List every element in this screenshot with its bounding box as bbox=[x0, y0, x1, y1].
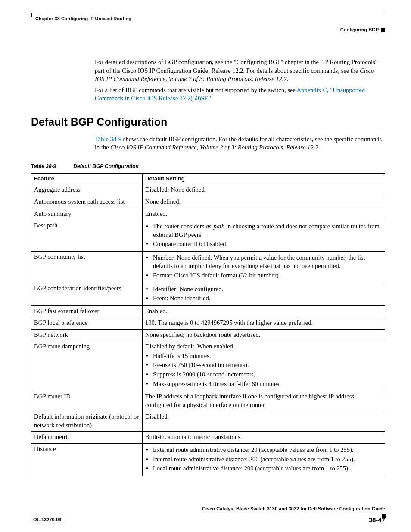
page-footer: Cisco Catalyst Blade Switch 3130 and 303… bbox=[31, 506, 385, 523]
table-row: Best path The router considers as-path i… bbox=[31, 220, 385, 252]
section-header: Configuring BGP bbox=[31, 27, 385, 32]
table-row: BGP router IDThe IP address of a loopbac… bbox=[31, 391, 385, 411]
table-row: Autonomous-system path access listNone d… bbox=[31, 196, 385, 208]
text: Disabled by default. When enabled: bbox=[145, 342, 382, 351]
table-number: Table 38-9 bbox=[31, 163, 56, 169]
text: . bbox=[318, 144, 320, 151]
col-feature: Feature bbox=[31, 173, 143, 184]
section-heading: Default BGP Configuration bbox=[31, 116, 385, 128]
cell: BGP router ID bbox=[31, 391, 143, 411]
cell: The IP address of a loopback interface i… bbox=[143, 391, 385, 411]
table-row: BGP community list Number: None defined.… bbox=[31, 251, 385, 283]
italic-term: as-path bbox=[206, 223, 225, 230]
text: . bbox=[287, 75, 289, 82]
lead-paragraph: Table 38-9 shows the default BGP configu… bbox=[95, 135, 385, 152]
cell: Distance bbox=[31, 443, 143, 476]
table-row: BGP route dampening Disabled by default.… bbox=[31, 341, 385, 391]
cell: BGP local preference bbox=[31, 317, 143, 330]
cell: Aggregate address bbox=[31, 184, 143, 196]
cell: Auto summary bbox=[31, 208, 143, 220]
list-item: Peers: None identified. bbox=[145, 294, 382, 303]
footer-rule bbox=[31, 514, 385, 514]
header-rule bbox=[31, 13, 385, 13]
cell: Disabled by default. When enabled: Half-… bbox=[143, 341, 385, 391]
table-row: Aggregate addressDisabled: None defined. bbox=[31, 184, 385, 196]
list-item: Identifier: None configured. bbox=[145, 285, 382, 294]
table-caption: Table 38-9Default BGP Configuration bbox=[31, 163, 385, 169]
list-item: External route administrative distance: … bbox=[145, 446, 382, 454]
cell: Enabled. bbox=[143, 305, 385, 317]
cell: Default information originate (protocol … bbox=[31, 411, 143, 432]
cell: BGP confederation identifier/peers bbox=[31, 283, 143, 305]
list-item: Suppress is 2000 (10-second increments). bbox=[145, 370, 382, 379]
table-row: Default metricBuilt-in, automatic metric… bbox=[31, 432, 385, 444]
list-item: Re-use is 750 (10-second increments). bbox=[145, 361, 382, 370]
list-item: Number: None defined. When you permit a … bbox=[145, 254, 382, 271]
intro-paragraph-1: For detailed descriptions of BGP configu… bbox=[95, 58, 385, 84]
cell: BGP fast external fallover bbox=[31, 305, 143, 317]
table-ref-link[interactable]: Table 38-9 bbox=[95, 136, 121, 143]
table-row: BGP networkNone specified; no backdoor r… bbox=[31, 329, 385, 341]
bgp-config-table: Feature Default Setting Aggregate addres… bbox=[31, 173, 385, 476]
text: For detailed descriptions of BGP configu… bbox=[95, 59, 378, 74]
list-item: Max-suppress-time is 4 times half-life; … bbox=[145, 380, 382, 389]
cell: Autonomous-system path access list bbox=[31, 196, 143, 208]
cell: Disabled: None defined. bbox=[143, 184, 385, 196]
cell: The router considers as-path in choosing… bbox=[143, 220, 385, 252]
table-row: BGP confederation identifier/peers Ident… bbox=[31, 283, 385, 305]
cell: External route administrative distance: … bbox=[143, 443, 385, 476]
footer-doc-id: OL-13270-03 bbox=[31, 516, 64, 523]
cell: Best path bbox=[31, 220, 143, 252]
table-row: Distance External route administrative d… bbox=[31, 443, 385, 476]
list-item: Half-life is 15 minutes. bbox=[145, 352, 382, 361]
list-item: Format: Cisco IOS default format (32-bit… bbox=[145, 271, 382, 280]
cell: Enabled. bbox=[143, 208, 385, 220]
table-title: Default BGP Configuration bbox=[73, 163, 139, 169]
cell: BGP network bbox=[31, 329, 143, 341]
cell: None defined. bbox=[143, 196, 385, 208]
list-item: Local route administrative distance: 200… bbox=[145, 464, 382, 473]
table-row: BGP fast external falloverEnabled. bbox=[31, 305, 385, 317]
list-item: The router considers as-path in choosing… bbox=[145, 222, 382, 239]
table-row: Default information originate (protocol … bbox=[31, 411, 385, 432]
text: For a list of BGP commands that are visi… bbox=[95, 87, 297, 93]
cell: BGP community list bbox=[31, 251, 143, 283]
list-item: Compare router ID: Disabled. bbox=[145, 240, 382, 249]
cell: Number: None defined. When you permit a … bbox=[143, 251, 385, 283]
cell: BGP route dampening bbox=[31, 341, 143, 391]
doc-ref-italic: Cisco IOS IP Command Reference, Volume 2… bbox=[110, 144, 318, 151]
list-item: Internal route administrative distance: … bbox=[145, 455, 382, 464]
intro-paragraph-2: For a list of BGP commands that are visi… bbox=[95, 86, 385, 103]
cell: Default metric bbox=[31, 432, 143, 444]
cell: Built-in, automatic metric translations. bbox=[143, 432, 385, 444]
table-row: Auto summaryEnabled. bbox=[31, 208, 385, 220]
cell: Disabled. bbox=[143, 411, 385, 432]
chapter-header: Chapter 38 Configuring IP Unicast Routin… bbox=[35, 16, 385, 21]
table-header-row: Feature Default Setting bbox=[31, 173, 385, 184]
section-title: Configuring BGP bbox=[340, 27, 379, 32]
text: The router considers bbox=[153, 223, 206, 230]
table-row: BGP local preference100. The range is 0 … bbox=[31, 317, 385, 330]
cell: None specified; no backdoor route advert… bbox=[143, 329, 385, 341]
col-setting: Default Setting bbox=[143, 173, 385, 184]
cell: Identifier: None configured. Peers: None… bbox=[143, 283, 385, 305]
header-marker-icon bbox=[381, 28, 385, 32]
footer-book-title: Cisco Catalyst Blade Switch 3130 and 303… bbox=[31, 506, 385, 511]
cell: 100. The range is 0 to 4294967295 with t… bbox=[143, 317, 385, 330]
